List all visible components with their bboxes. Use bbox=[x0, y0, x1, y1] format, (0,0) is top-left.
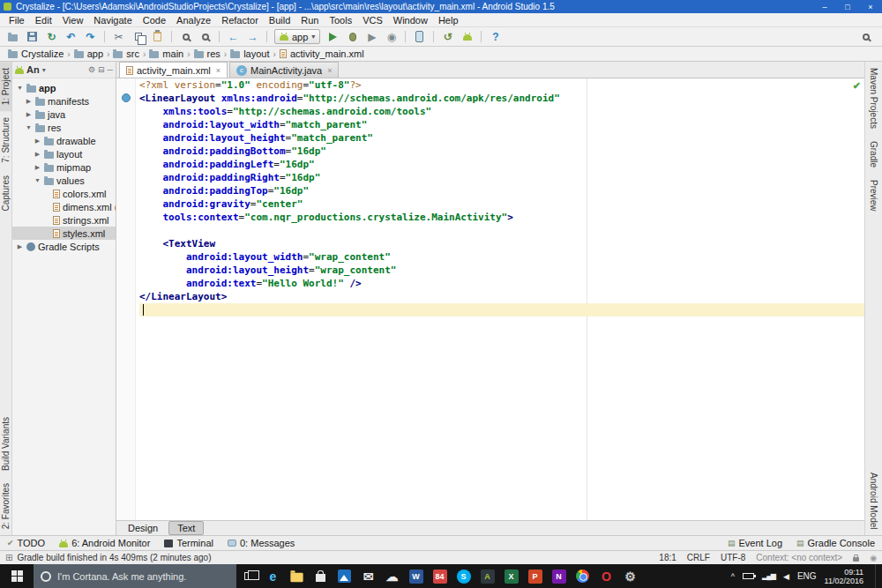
tree-item-gradle-scripts[interactable]: ▶Gradle Scripts bbox=[12, 240, 116, 253]
breadcrumb-activity-main-xml[interactable]: activity_main.xml bbox=[277, 48, 367, 59]
taskbar-android-studio-icon[interactable]: A bbox=[475, 564, 499, 588]
menu-help[interactable]: Help bbox=[433, 15, 464, 26]
taskbar-file-explorer-icon[interactable] bbox=[285, 564, 309, 588]
code-line[interactable]: android:layout_height="match_parent" bbox=[139, 131, 864, 145]
taskbar-onenote-icon[interactable]: N bbox=[547, 564, 571, 588]
tray-expand-icon[interactable]: ^ bbox=[731, 572, 735, 581]
encoding-indicator[interactable]: UTF-8 bbox=[721, 553, 745, 562]
run-button[interactable] bbox=[324, 29, 342, 45]
coverage-button[interactable]: ▶ bbox=[363, 29, 381, 45]
toolwindow-button-terminal[interactable]: Terminal bbox=[164, 538, 213, 548]
menu-tools[interactable]: Tools bbox=[324, 15, 357, 26]
menu-vcs[interactable]: VCS bbox=[357, 15, 388, 26]
sdk-manager-button[interactable] bbox=[458, 29, 476, 45]
breadcrumb-layout[interactable]: layout bbox=[228, 48, 272, 59]
toolwindow-button-maven-projects[interactable]: Maven Projects bbox=[868, 62, 879, 135]
project-view-selector[interactable]: An bbox=[26, 64, 40, 75]
tree-item-manifests[interactable]: ▶manifests bbox=[12, 94, 116, 108]
start-button[interactable] bbox=[0, 564, 34, 588]
tree-item-app[interactable]: ▼app bbox=[12, 81, 116, 94]
code-line[interactable]: android:paddingTop="16dp" bbox=[139, 184, 864, 197]
code-line[interactable]: android:layout_width="match_parent" bbox=[139, 118, 864, 131]
taskbar-mail-icon[interactable]: ✉ bbox=[356, 564, 380, 588]
debug-button[interactable] bbox=[343, 29, 362, 45]
show-desktop-button[interactable] bbox=[875, 564, 878, 588]
taskbar-badge-84-icon[interactable]: 84 bbox=[428, 564, 452, 588]
taskbar-excel-icon[interactable]: X bbox=[499, 564, 523, 588]
context-indicator[interactable]: Context: <no context> bbox=[756, 553, 842, 562]
tree-item-drawable[interactable]: ▶drawable bbox=[12, 134, 116, 147]
taskbar-store-icon[interactable] bbox=[309, 564, 333, 588]
help-button[interactable]: ? bbox=[486, 29, 505, 45]
hide-panel-icon[interactable]: ─ bbox=[108, 65, 113, 74]
menu-navigate[interactable]: Navigate bbox=[88, 15, 137, 26]
toolwindow-button-preview[interactable]: Preview bbox=[868, 174, 879, 218]
tree-item-colors-xml[interactable]: colors.xml bbox=[12, 187, 116, 200]
menu-view[interactable]: View bbox=[57, 15, 89, 26]
menu-edit[interactable]: Edit bbox=[30, 15, 57, 26]
avd-manager-button[interactable] bbox=[410, 29, 429, 45]
expand-arrow-icon[interactable]: ▶ bbox=[34, 138, 41, 145]
toolwindow-button-event-log[interactable]: ▤Event Log bbox=[728, 538, 782, 548]
toolwindow-switcher-icon[interactable]: ⊞ bbox=[5, 553, 12, 562]
tab-mainactivity-java[interactable]: cMainActivity.java× bbox=[229, 62, 339, 78]
menu-refactor[interactable]: Refactor bbox=[216, 15, 264, 26]
expand-arrow-icon[interactable]: ▼ bbox=[34, 177, 41, 183]
taskbar-settings-icon[interactable]: ⚙ bbox=[618, 564, 642, 588]
cut-button[interactable]: ✂ bbox=[109, 29, 128, 45]
synchronize-button[interactable]: ↻ bbox=[42, 29, 61, 45]
toolwindow-button-2-favorites[interactable]: 2: Favorites bbox=[0, 477, 11, 535]
toolwindow-button-gradle-console[interactable]: ▤Gradle Console bbox=[796, 538, 875, 548]
toolwindow-button-build-variants[interactable]: Build Variants bbox=[0, 411, 11, 477]
code-line[interactable]: <TextView bbox=[139, 237, 864, 250]
expand-arrow-icon[interactable]: ▶ bbox=[25, 98, 33, 105]
line-ending-indicator[interactable]: CRLF bbox=[687, 553, 710, 562]
gradle-sync-button[interactable]: ↺ bbox=[438, 29, 457, 45]
code-line[interactable] bbox=[139, 224, 864, 237]
code-line[interactable]: android:paddingBottom="16dp" bbox=[139, 145, 864, 158]
tree-item-dimens-xml-2[interactable]: dimens.xml (2) bbox=[12, 200, 116, 213]
minimize-button[interactable]: – bbox=[813, 0, 836, 13]
status-message[interactable]: Gradle build finished in 4s 409ms (2 min… bbox=[17, 553, 211, 562]
breadcrumb-crystalize[interactable]: Crystalize bbox=[5, 48, 66, 59]
toolwindow-button-captures[interactable]: Captures bbox=[0, 169, 11, 218]
tab-activity-main-xml[interactable]: activity_main.xml× bbox=[119, 62, 228, 78]
expand-arrow-icon[interactable]: ▶ bbox=[34, 151, 41, 158]
tree-item-res[interactable]: ▼res bbox=[12, 121, 116, 134]
language-indicator[interactable]: ENG bbox=[797, 571, 817, 581]
taskbar-skype-icon[interactable]: S bbox=[452, 564, 475, 588]
component-gutter-icon[interactable] bbox=[122, 93, 131, 102]
volume-icon[interactable]: ◀ bbox=[783, 572, 789, 581]
menu-file[interactable]: File bbox=[4, 15, 30, 26]
caret-position[interactable]: 18:1 bbox=[659, 553, 676, 562]
battery-icon[interactable] bbox=[743, 573, 754, 579]
menu-code[interactable]: Code bbox=[138, 15, 171, 26]
tree-item-strings-xml[interactable]: strings.xml bbox=[12, 213, 116, 227]
find-button[interactable] bbox=[176, 29, 195, 45]
code-line[interactable]: android:layout_width="wrap_content" bbox=[139, 250, 864, 264]
paste-button[interactable] bbox=[148, 29, 167, 45]
expand-arrow-icon[interactable]: ▶ bbox=[34, 164, 41, 171]
expand-arrow-icon[interactable]: ▶ bbox=[16, 243, 24, 250]
toolwindow-button-7-structure[interactable]: 7: Structure bbox=[0, 111, 11, 169]
inspection-status-icon[interactable]: ✔ bbox=[853, 80, 861, 92]
toolwindow-button-6-android-monitor[interactable]: 6: Android Monitor bbox=[59, 538, 150, 548]
breadcrumb-main[interactable]: main bbox=[146, 48, 186, 59]
code-line[interactable]: android:layout_height="wrap_content" bbox=[139, 264, 864, 277]
settings-gear-icon[interactable]: ⚙ bbox=[88, 65, 95, 74]
breadcrumb-src[interactable]: src bbox=[110, 48, 142, 59]
toolwindow-button-gradle[interactable]: Gradle bbox=[868, 135, 879, 174]
run-config-dropdown[interactable]: app▾ bbox=[274, 29, 320, 44]
taskbar-word-icon[interactable]: W bbox=[404, 564, 428, 588]
close-icon[interactable]: × bbox=[327, 66, 332, 75]
tree-item-layout[interactable]: ▶layout bbox=[12, 147, 116, 160]
tree-item-java[interactable]: ▶java bbox=[12, 108, 116, 121]
breadcrumb-res[interactable]: res bbox=[191, 48, 223, 59]
maximize-button[interactable]: □ bbox=[836, 0, 859, 13]
replace-button[interactable] bbox=[196, 29, 214, 45]
code-line[interactable]: android:gravity="center" bbox=[139, 197, 864, 211]
taskbar-powerpoint-icon[interactable]: P bbox=[523, 564, 547, 588]
menu-analyze[interactable]: Analyze bbox=[171, 15, 216, 26]
open-button[interactable] bbox=[4, 29, 22, 45]
code-line[interactable] bbox=[139, 303, 864, 316]
